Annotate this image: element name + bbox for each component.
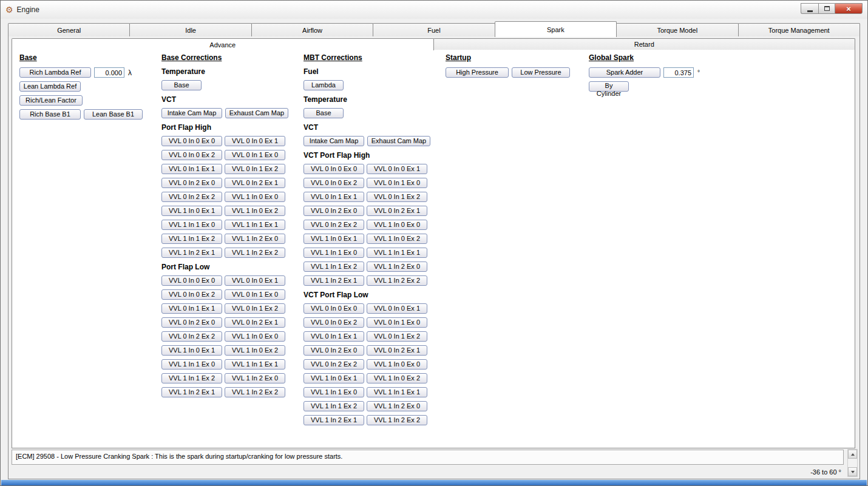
vvl-map-button[interactable]: VVL 1 In 2 Ex 2: [367, 415, 427, 425]
tab-idle[interactable]: Idle: [129, 23, 251, 36]
maximize-button[interactable]: [818, 3, 835, 14]
vvl-map-button[interactable]: VVL 0 In 0 Ex 2: [161, 150, 222, 160]
vvl-map-button[interactable]: VVL 0 In 1 Ex 0: [225, 289, 285, 300]
vvl-map-button[interactable]: VVL 0 In 2 Ex 0: [161, 178, 222, 188]
vvl-map-button[interactable]: VVL 0 In 1 Ex 1: [161, 303, 222, 314]
vvl-map-button[interactable]: VVL 1 In 1 Ex 1: [367, 248, 427, 258]
vvl-map-button[interactable]: VVL 1 In 0 Ex 0: [367, 220, 427, 230]
tab-airflow[interactable]: Airflow: [251, 23, 373, 36]
vvl-map-button[interactable]: VVL 1 In 2 Ex 2: [367, 275, 427, 286]
vvl-map-button[interactable]: VVL 1 In 0 Ex 0: [367, 359, 427, 370]
vvl-map-button[interactable]: VVL 0 In 1 Ex 0: [225, 150, 285, 160]
vvl-map-button[interactable]: VVL 0 In 1 Ex 1: [303, 192, 364, 202]
vvl-map-button[interactable]: VVL 0 In 2 Ex 1: [225, 317, 285, 328]
vvl-map-button[interactable]: VVL 1 In 2 Ex 2: [225, 387, 285, 397]
vvl-map-button[interactable]: VVL 1 In 0 Ex 2: [367, 373, 427, 383]
vvl-map-button[interactable]: VVL 0 In 0 Ex 0: [303, 303, 364, 314]
vvl-map-button[interactable]: VVL 1 In 2 Ex 1: [161, 387, 222, 397]
help-scrollbar[interactable]: [847, 449, 858, 477]
high-pressure-button[interactable]: High Pressure: [446, 67, 509, 78]
vvl-map-button[interactable]: VVL 1 In 0 Ex 1: [161, 345, 222, 356]
vvl-map-button[interactable]: VVL 1 In 1 Ex 2: [161, 373, 222, 383]
vvl-map-button[interactable]: VVL 0 In 0 Ex 0: [303, 164, 364, 174]
subtab-advance[interactable]: Advance: [12, 38, 434, 50]
vvl-map-button[interactable]: VVL 0 In 0 Ex 2: [303, 317, 364, 328]
close-button[interactable]: ×: [835, 3, 863, 14]
rich-lean-factor-button[interactable]: Rich/Lean Factor: [19, 95, 83, 106]
rich-base-b1-button[interactable]: Rich Base B1: [19, 109, 81, 120]
vvl-map-button[interactable]: VVL 0 In 0 Ex 1: [225, 275, 285, 286]
vvl-map-button[interactable]: VVL 1 In 1 Ex 2: [303, 401, 364, 411]
vvl-map-button[interactable]: VVL 1 In 2 Ex 0: [367, 262, 427, 272]
vvl-map-button[interactable]: VVL 1 In 1 Ex 0: [303, 248, 364, 258]
vvl-map-button[interactable]: VVL 1 In 0 Ex 2: [225, 206, 285, 216]
vvl-map-button[interactable]: VVL 0 In 0 Ex 1: [367, 164, 427, 174]
vvl-map-button[interactable]: VVL 0 In 1 Ex 1: [303, 331, 364, 342]
mbt-exhaust-cam-map-button[interactable]: Exhaust Cam Map: [367, 136, 430, 146]
mbt-intake-cam-map-button[interactable]: Intake Cam Map: [303, 136, 364, 146]
vvl-map-button[interactable]: VVL 0 In 1 Ex 2: [225, 303, 285, 314]
vvl-map-button[interactable]: VVL 1 In 1 Ex 1: [225, 220, 285, 230]
scroll-down-button[interactable]: [848, 467, 857, 476]
bc-intake-cam-map-button[interactable]: Intake Cam Map: [161, 108, 222, 118]
by-cylinder-button[interactable]: By Cylinder: [589, 81, 629, 92]
vvl-map-button[interactable]: VVL 0 In 1 Ex 2: [225, 164, 285, 174]
vvl-map-button[interactable]: VVL 0 In 2 Ex 0: [161, 317, 222, 328]
vvl-map-button[interactable]: VVL 1 In 0 Ex 2: [367, 234, 427, 244]
titlebar[interactable]: ⚙ Engine ×: [1, 1, 867, 19]
minimize-button[interactable]: [801, 3, 818, 14]
vvl-map-button[interactable]: VVL 0 In 1 Ex 2: [367, 192, 427, 202]
spark-adder-input[interactable]: [663, 67, 694, 78]
vvl-map-button[interactable]: VVL 1 In 0 Ex 1: [161, 206, 222, 216]
vvl-map-button[interactable]: VVL 1 In 0 Ex 2: [225, 345, 285, 356]
vvl-map-button[interactable]: VVL 1 In 0 Ex 0: [225, 331, 285, 342]
vvl-map-button[interactable]: VVL 0 In 1 Ex 0: [367, 317, 427, 328]
vvl-map-button[interactable]: VVL 1 In 1 Ex 0: [161, 359, 222, 370]
rich-lambda-ref-input[interactable]: [94, 67, 124, 78]
vvl-map-button[interactable]: VVL 0 In 2 Ex 1: [225, 178, 285, 188]
scroll-up-button[interactable]: [848, 450, 857, 459]
vvl-map-button[interactable]: VVL 0 In 1 Ex 1: [161, 164, 222, 174]
bc-exhaust-cam-map-button[interactable]: Exhaust Cam Map: [225, 108, 288, 118]
mbt-fuel-lambda-button[interactable]: Lambda: [303, 80, 344, 90]
vvl-map-button[interactable]: VVL 1 In 2 Ex 1: [303, 415, 364, 425]
low-pressure-button[interactable]: Low Pressure: [512, 67, 570, 78]
vvl-map-button[interactable]: VVL 0 In 2 Ex 0: [303, 206, 364, 216]
vvl-map-button[interactable]: VVL 1 In 2 Ex 0: [225, 373, 285, 383]
vvl-map-button[interactable]: VVL 0 In 0 Ex 2: [161, 289, 222, 300]
vvl-map-button[interactable]: VVL 1 In 0 Ex 1: [303, 373, 364, 383]
vvl-map-button[interactable]: VVL 1 In 1 Ex 2: [161, 234, 222, 244]
mbt-temperature-base-button[interactable]: Base: [303, 108, 344, 118]
vvl-map-button[interactable]: VVL 0 In 2 Ex 2: [303, 220, 364, 230]
vvl-map-button[interactable]: VVL 0 In 2 Ex 2: [161, 192, 222, 202]
vvl-map-button[interactable]: VVL 0 In 0 Ex 1: [225, 136, 285, 146]
spark-adder-button[interactable]: Spark Adder: [589, 67, 660, 78]
tab-spark[interactable]: Spark: [495, 21, 617, 37]
vvl-map-button[interactable]: VVL 1 In 2 Ex 1: [161, 248, 222, 258]
vvl-map-button[interactable]: VVL 1 In 1 Ex 0: [303, 387, 364, 397]
lean-base-b1-button[interactable]: Lean Base B1: [84, 109, 143, 120]
vvl-map-button[interactable]: VVL 0 In 0 Ex 0: [161, 136, 222, 146]
vvl-map-button[interactable]: VVL 1 In 1 Ex 1: [225, 359, 285, 370]
vvl-map-button[interactable]: VVL 1 In 1 Ex 2: [303, 262, 364, 272]
vvl-map-button[interactable]: VVL 0 In 1 Ex 0: [367, 178, 427, 188]
vvl-map-button[interactable]: VVL 1 In 1 Ex 0: [161, 220, 222, 230]
tab-fuel[interactable]: Fuel: [373, 23, 495, 36]
tab-general[interactable]: General: [8, 23, 130, 36]
vvl-map-button[interactable]: VVL 0 In 2 Ex 1: [367, 206, 427, 216]
vvl-map-button[interactable]: VVL 1 In 2 Ex 1: [303, 275, 364, 286]
vvl-map-button[interactable]: VVL 0 In 1 Ex 2: [367, 331, 427, 342]
vvl-map-button[interactable]: VVL 0 In 0 Ex 2: [303, 178, 364, 188]
vvl-map-button[interactable]: VVL 0 In 2 Ex 2: [161, 331, 222, 342]
vvl-map-button[interactable]: VVL 0 In 2 Ex 1: [367, 345, 427, 356]
rich-lambda-ref-button[interactable]: Rich Lambda Ref: [19, 67, 91, 78]
vvl-map-button[interactable]: VVL 1 In 2 Ex 2: [225, 248, 285, 258]
subtab-retard[interactable]: Retard: [433, 38, 856, 50]
lean-lambda-ref-button[interactable]: Lean Lambda Ref: [19, 81, 81, 92]
vvl-map-button[interactable]: VVL 0 In 0 Ex 0: [161, 275, 222, 286]
vvl-map-button[interactable]: VVL 1 In 1 Ex 1: [367, 387, 427, 397]
vvl-map-button[interactable]: VVL 1 In 0 Ex 1: [303, 234, 364, 244]
vvl-map-button[interactable]: VVL 0 In 0 Ex 1: [367, 303, 427, 314]
vvl-map-button[interactable]: VVL 1 In 2 Ex 0: [367, 401, 427, 411]
tab-torque-model[interactable]: Torque Model: [616, 23, 738, 36]
